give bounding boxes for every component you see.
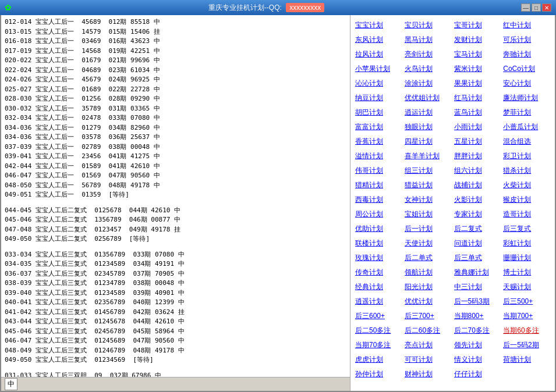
plan-link[interactable]: 喜羊羊计划 xyxy=(405,149,452,162)
plan-link[interactable]: 果果计划 xyxy=(454,77,501,90)
plan-link[interactable]: 问道计划 xyxy=(454,237,501,250)
plan-link[interactable]: 后三700+ xyxy=(405,309,452,322)
plan-link[interactable]: 战捕计划 xyxy=(454,179,501,191)
plan-link[interactable]: 后一5码2期 xyxy=(503,338,550,351)
plan-link[interactable]: 仔仔计划 xyxy=(454,368,501,380)
plan-link[interactable]: 后三500+ xyxy=(503,295,550,308)
plan-link[interactable]: 亮剑计划 xyxy=(405,48,452,60)
plan-link[interactable]: 博士计划 xyxy=(503,266,550,279)
plan-link[interactable]: 西毒计划 xyxy=(355,193,402,206)
plan-link[interactable]: 沁沁计划 xyxy=(355,77,402,90)
plan-link[interactable]: 猎杀计划 xyxy=(503,164,550,177)
plan-link[interactable]: 情义计划 xyxy=(454,353,501,366)
plan-link[interactable]: 造哥计划 xyxy=(503,208,550,220)
plan-link[interactable]: 领先计划 xyxy=(454,338,501,351)
plan-link[interactable]: 天赐计划 xyxy=(503,280,550,293)
plan-link[interactable]: 逍运计划 xyxy=(405,106,452,119)
plan-link[interactable]: 后三单式 xyxy=(454,251,501,264)
plan-link[interactable]: CoCo计划 xyxy=(503,62,550,75)
plan-link[interactable]: 纳豆计划 xyxy=(355,91,402,104)
maximize-button[interactable]: □ xyxy=(532,3,541,12)
plan-link[interactable]: 火柴计划 xyxy=(503,179,550,191)
plan-link[interactable]: 富富计划 xyxy=(355,120,402,133)
plan-link[interactable]: 猎精计划 xyxy=(355,179,402,191)
plan-link[interactable]: 联楼计划 xyxy=(355,237,402,250)
plan-link[interactable]: 优优姐计划 xyxy=(405,91,452,104)
plan-link[interactable]: 猎益计划 xyxy=(405,179,452,191)
plan-link[interactable]: 混合组选 xyxy=(503,135,550,148)
plan-link[interactable]: 小蔷瓜计划 xyxy=(503,120,550,133)
plan-link[interactable]: 当期60多注 xyxy=(503,324,550,337)
plan-link[interactable]: 当期70多注 xyxy=(355,338,402,351)
plan-link[interactable]: 虎虎计划 xyxy=(355,353,402,366)
plan-link[interactable]: 小雨计划 xyxy=(454,120,501,133)
plan-link[interactable]: 亮点计划 xyxy=(405,338,452,351)
plan-link[interactable]: 中三计划 xyxy=(454,280,501,293)
plan-link[interactable]: 雅典娜计划 xyxy=(454,266,501,279)
plan-link[interactable]: 逍遥计划 xyxy=(355,295,402,308)
plan-link[interactable]: 领航计划 xyxy=(405,266,452,279)
content-scroll-area[interactable]: 012-014 宝宝人工后一 45689 012期 85518 中013-015… xyxy=(1,15,350,377)
plan-link[interactable]: 后二单式 xyxy=(405,251,452,264)
plan-link[interactable]: 涂涂计划 xyxy=(405,77,452,90)
plan-link[interactable]: 红中计划 xyxy=(503,19,550,31)
plan-link[interactable]: 专家计划 xyxy=(454,208,501,220)
plan-link[interactable]: 宝姐计划 xyxy=(405,208,452,220)
plan-link[interactable]: 紫米计划 xyxy=(454,62,501,75)
plan-link[interactable]: 黑马计划 xyxy=(405,33,452,46)
plan-link[interactable]: 四星计划 xyxy=(405,135,452,148)
plan-link[interactable]: 女神计划 xyxy=(405,193,452,206)
plan-link[interactable]: 胖胖计划 xyxy=(454,149,501,162)
plan-link[interactable]: 当期800+ xyxy=(454,309,501,322)
plan-link[interactable]: 后二复式 xyxy=(454,222,501,235)
plan-link[interactable]: 宝贝计划 xyxy=(405,19,452,31)
plan-link[interactable]: 彩虹计划 xyxy=(503,237,550,250)
plan-link[interactable]: 经典计划 xyxy=(355,280,402,293)
plan-link[interactable]: 优优计划 xyxy=(405,295,452,308)
plan-link[interactable]: 周公计划 xyxy=(355,208,402,220)
plan-link[interactable]: 天使计划 xyxy=(405,237,452,250)
plan-link[interactable]: 安心计划 xyxy=(503,77,550,90)
plan-link[interactable]: 溢情计划 xyxy=(355,149,402,162)
plan-link[interactable]: 梦菲计划 xyxy=(503,106,550,119)
plan-link[interactable]: 组六计划 xyxy=(454,164,501,177)
plan-link[interactable]: 后一5码3期 xyxy=(454,295,501,308)
plan-link[interactable]: 宝马计划 xyxy=(454,48,501,60)
plan-link[interactable]: 独眼计划 xyxy=(405,120,452,133)
plan-link[interactable]: 可可计划 xyxy=(405,353,452,366)
plan-link[interactable]: 阳光计划 xyxy=(405,280,452,293)
plan-link[interactable]: 东风计划 xyxy=(355,33,402,46)
plan-link[interactable]: 荷塘计划 xyxy=(503,353,550,366)
plan-link[interactable]: 后三600+ xyxy=(355,309,402,322)
plan-link[interactable]: 后三复式 xyxy=(503,222,550,235)
plan-link[interactable]: 宝宝计划 xyxy=(355,19,402,31)
plan-link[interactable]: 五星计划 xyxy=(454,135,501,148)
plan-link[interactable]: 可乐计划 xyxy=(503,33,550,46)
plan-link[interactable]: 廉法师计划 xyxy=(503,91,550,104)
plan-link[interactable]: 优助计划 xyxy=(355,222,402,235)
plan-link[interactable]: 珊珊计划 xyxy=(503,251,550,264)
plan-link[interactable]: 玫瑰计划 xyxy=(355,251,402,264)
plan-link[interactable]: 火鸟计划 xyxy=(405,62,452,75)
plan-link[interactable]: 红马计划 xyxy=(454,91,501,104)
plan-link[interactable]: 香蕉计划 xyxy=(355,135,402,148)
close-button[interactable]: ✕ xyxy=(542,3,551,12)
plan-link[interactable]: 宝哥计划 xyxy=(454,19,501,31)
plan-link[interactable]: 当期700+ xyxy=(503,309,550,322)
minimize-button[interactable]: — xyxy=(521,3,530,12)
plan-link[interactable]: 彩卫计划 xyxy=(503,149,550,162)
plan-link[interactable]: 发财计划 xyxy=(454,33,501,46)
plan-link[interactable]: 孙仲计划 xyxy=(355,368,402,380)
plan-link[interactable]: 小苹果计划 xyxy=(355,62,402,75)
plan-link[interactable]: 胡巴计划 xyxy=(355,106,402,119)
plan-link[interactable]: 传奇计划 xyxy=(355,266,402,279)
plan-link[interactable]: 后二50多注 xyxy=(355,324,402,337)
plan-link[interactable]: 后一计划 xyxy=(405,222,452,235)
plan-link[interactable]: 拉风计划 xyxy=(355,48,402,60)
plan-link[interactable]: 伟哥计划 xyxy=(355,164,402,177)
plan-link[interactable]: 蓝鸟计划 xyxy=(454,106,501,119)
plan-link[interactable]: 后二70多注 xyxy=(454,324,501,337)
plan-link[interactable]: 火影计划 xyxy=(454,193,501,206)
plan-link[interactable]: 奔驰计划 xyxy=(503,48,550,60)
plan-link[interactable]: 后二60多注 xyxy=(405,324,452,337)
